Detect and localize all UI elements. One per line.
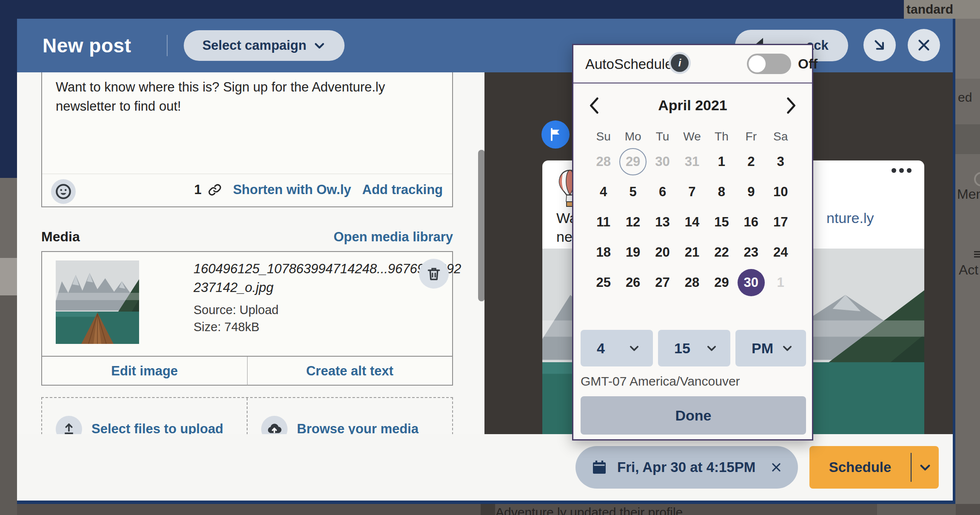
info-icon: i [671,54,689,72]
background-circle-fragment [974,172,980,186]
calendar-day-cell[interactable]: 3 [766,146,795,177]
close-button[interactable] [908,29,940,61]
calendar-day-cell[interactable]: 18 [589,237,618,267]
autoschedule-popup: AutoSchedule i Off April 2021 S [572,44,813,441]
calendar-day-cell[interactable]: 30 [736,267,766,298]
calendar-week-row: 45678910 [589,177,795,207]
media-heading-row: Media Open media library [41,229,453,245]
schedule-options-toggle[interactable] [912,461,939,474]
calendar-day-cell[interactable]: 1 [707,146,736,177]
calendar-day-cell[interactable]: 5 [618,177,647,207]
calendar-day-cell[interactable]: 17 [766,207,795,237]
page-title: New post [43,34,131,57]
month-label: April 2021 [573,97,812,114]
calendar-day-cell[interactable]: 20 [648,237,677,267]
calendar-day-cell[interactable]: 26 [618,267,647,298]
hour-select[interactable]: 4 [581,330,653,366]
preview-link-fragment[interactable]: nture.ly [826,210,874,226]
card-menu-button[interactable] [892,168,912,173]
emoji-button[interactable] [51,179,76,204]
schedule-button[interactable]: Schedule [809,446,939,489]
calendar-day-cell[interactable]: 29 [618,146,647,177]
link-count: 1 [194,182,201,197]
calendar-day-cell[interactable]: 6 [648,177,677,207]
minute-select[interactable]: 15 [658,330,730,366]
calendar-day-cell[interactable]: 12 [618,207,647,237]
calendar-day-cell[interactable]: 24 [766,237,795,267]
chevron-down-icon [313,39,326,52]
hour-value: 4 [597,340,605,357]
calendar-day-cell[interactable]: 2 [736,146,766,177]
calendar-day-cell[interactable]: 21 [677,237,707,267]
link-icon [208,183,222,197]
diagonal-arrow-icon [872,37,888,53]
meridiem-select[interactable]: PM [735,330,806,366]
calendar-day-cell[interactable]: 15 [707,207,736,237]
calendar-week-row: 11121314151617 [589,207,795,237]
calendar-day-cell[interactable]: 13 [648,207,677,237]
delete-media-button[interactable] [419,259,449,289]
calendar-day-cell[interactable]: 31 [677,146,707,177]
autoschedule-info-button[interactable]: i [669,52,691,74]
chevron-right-icon [786,97,797,114]
calendar-icon [591,458,608,476]
post-text-box[interactable]: Want to know where this is? Sign up for … [41,72,453,207]
flag-icon [548,127,563,142]
done-button[interactable]: Done [581,396,806,435]
day-name: Tu [648,127,677,146]
scheduled-time-chip[interactable]: Fri, Apr 30 at 4:15PM [575,446,798,489]
calendar-day-cell[interactable]: 1 [766,267,795,298]
calendar-grid: SuMoTuWeThFrSa28293031123456789101112131… [589,127,795,298]
link-tools: 1 Shorten with Ow.ly Add tracking [194,182,443,197]
composer-panel: Want to know where this is? Sign up for … [17,72,484,434]
background-right-panel: ed Men Act [955,19,980,515]
header-divider [167,35,168,56]
edit-image-button[interactable]: Edit image [42,357,248,386]
popout-button[interactable] [863,29,896,61]
shorten-link[interactable]: Shorten with Ow.ly [233,182,351,197]
create-alt-text-button[interactable]: Create alt text [248,357,453,386]
media-card: 160496125_107863994714248...9676948092 2… [41,251,453,386]
add-tracking-link[interactable]: Add tracking [362,182,443,197]
open-media-library-link[interactable]: Open media library [333,229,453,245]
calendar-day-cell[interactable]: 27 [648,267,677,298]
calendar-day-cell[interactable]: 29 [707,267,736,298]
clear-schedule-icon[interactable] [770,461,783,474]
calendar-day-cell[interactable]: 28 [677,267,707,298]
media-thumbnail[interactable] [56,260,139,344]
next-month-button[interactable] [782,96,801,115]
day-name: Th [707,127,736,146]
select-campaign-label: Select campaign [202,38,307,53]
modal-footer: Fri, Apr 30 at 4:15PM Schedule [17,434,953,501]
background-band [955,124,980,154]
smiley-icon [54,183,72,200]
calendar-day-cell[interactable]: 9 [736,177,766,207]
calendar-day-cell[interactable]: 28 [589,146,618,177]
calendar-day-cell[interactable]: 8 [707,177,736,207]
autoschedule-toggle[interactable] [747,54,791,74]
chevron-down-icon [781,342,793,354]
trash-icon [426,266,442,282]
background-bottom-strip: Adventure.ly updated their profile [17,504,980,515]
post-text[interactable]: Want to know where this is? Sign up for … [56,77,443,116]
calendar-day-cell[interactable]: 4 [589,177,618,207]
calendar-day-cell[interactable]: 22 [707,237,736,267]
calendar-day-cell[interactable]: 16 [736,207,766,237]
calendar-day-cell[interactable]: 11 [589,207,618,237]
close-icon [916,37,932,53]
calendar-week-row: 18192021222324 [589,237,795,267]
background-band [877,504,956,515]
calendar-day-cell[interactable]: 7 [677,177,707,207]
calendar-day-cell[interactable]: 19 [618,237,647,267]
select-campaign-button[interactable]: Select campaign [184,30,345,61]
calendar-day-cell[interactable]: 10 [766,177,795,207]
month-navigation: April 2021 [573,95,812,116]
calendar-day-cell[interactable]: 25 [589,267,618,298]
calendar-day-cell[interactable]: 30 [648,146,677,177]
day-name: Su [589,127,618,146]
calendar-day-cell[interactable]: 14 [677,207,707,237]
composer-scrollbar[interactable] [478,150,485,301]
calendar-week-row: 28293031123 [589,146,795,177]
background-plan-label: tandard [904,0,980,19]
calendar-day-cell[interactable]: 23 [736,237,766,267]
